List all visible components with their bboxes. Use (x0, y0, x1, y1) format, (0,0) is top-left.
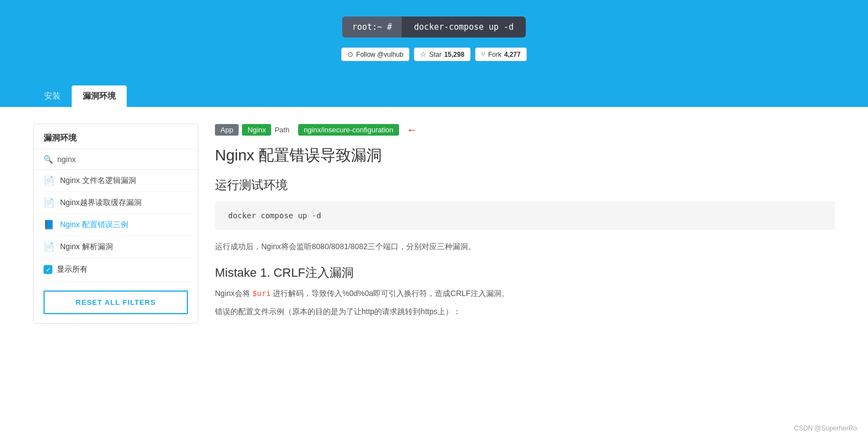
terminal-command: docker-compose up -d (402, 17, 526, 37)
search-icon: 🔍 (44, 155, 53, 164)
tab-bar: 安装 漏洞环境 (0, 85, 868, 107)
mistake1-desc2: 错误的配置文件示例（原本的目的是为了让http的请求跳转到https上）： (215, 305, 835, 319)
sidebar-list: 📄 Nginx 文件名逻辑漏洞 📄 Nginx越界读取缓存漏洞 📘 Nginx … (34, 170, 198, 258)
run-success-text: 运行成功后，Nginx将会监听8080/8081/8082三个端口，分别对应三种… (215, 240, 835, 254)
doc-icon: 📄 (44, 241, 55, 252)
search-input[interactable] (57, 155, 188, 164)
terminal-bar: root:~ # docker-compose up -d (342, 17, 526, 37)
star-icon: ☆ (420, 50, 427, 58)
doc-icon: 📄 (44, 175, 55, 186)
follow-button[interactable]: ⊙ Follow @vulhub (341, 47, 409, 61)
content-title: Nginx 配置错误导致漏洞 (215, 145, 835, 166)
run-section-heading: 运行测试环境 (215, 177, 835, 193)
arrow-icon: ← (407, 123, 418, 136)
mistake1-desc1: Nginx会将 $uri 进行解码，导致传入%0d%0a即可引入换行符，造成CR… (215, 287, 835, 300)
follow-label: Follow @vulhub (356, 51, 403, 58)
show-all-checkbox[interactable]: ✓ (44, 265, 52, 274)
list-item[interactable]: 📄 Nginx 文件名逻辑漏洞 (34, 170, 198, 192)
doc-icon: 📄 (44, 197, 55, 208)
mistake1-heading: Mistake 1. CRLF注入漏洞 (215, 265, 835, 281)
fork-button[interactable]: ⑂ Fork 4,277 (475, 47, 527, 61)
github-buttons: ⊙ Follow @vulhub ☆ Star 15,298 ⑂ Fork 4,… (341, 47, 526, 61)
breadcrumb-path-label: Path (274, 124, 295, 136)
run-code-block: docker compose up -d (215, 201, 835, 230)
fork-label: Fork (488, 51, 502, 58)
reset-filters-button[interactable]: RESET ALL FILTERS (44, 291, 188, 314)
sidebar-search-container: 🔍 (34, 149, 198, 170)
breadcrumb-path-value: nginx/insecure-configuration (298, 124, 399, 136)
tab-install[interactable]: 安装 (33, 85, 72, 107)
breadcrumb: App Nginx Path nginx/insecure-configurat… (215, 123, 835, 136)
tab-vuln-env[interactable]: 漏洞环境 (72, 85, 127, 107)
list-item[interactable]: 📄 Nginx 解析漏洞 (34, 236, 198, 258)
list-item[interactable]: 📄 Nginx越界读取缓存漏洞 (34, 192, 198, 214)
show-all-label: 显示所有 (57, 265, 88, 275)
star-count: 15,298 (444, 51, 465, 58)
breadcrumb-app: App (215, 124, 239, 136)
sidebar: 漏洞环境 🔍 📄 Nginx 文件名逻辑漏洞 📄 Nginx越界读取缓存漏洞 📘… (33, 123, 198, 324)
fork-icon: ⑂ (481, 50, 486, 58)
fork-count: 4,277 (504, 51, 521, 58)
show-all-row[interactable]: ✓ 显示所有 (34, 258, 198, 282)
content-panel: App Nginx Path nginx/insecure-configurat… (215, 123, 835, 366)
sidebar-title: 漏洞环境 (34, 124, 198, 149)
terminal-prompt: root:~ # (342, 17, 402, 37)
banner: root:~ # docker-compose up -d ⊙ Follow @… (0, 0, 868, 107)
star-label: Star (429, 51, 441, 58)
doc-icon: 📘 (44, 219, 55, 230)
code-inline: $uri (252, 289, 271, 298)
github-icon: ⊙ (347, 50, 353, 58)
list-item-active[interactable]: 📘 Nginx 配置错误三例 (34, 214, 198, 236)
main-content: 漏洞环境 🔍 📄 Nginx 文件名逻辑漏洞 📄 Nginx越界读取缓存漏洞 📘… (0, 107, 868, 383)
breadcrumb-nginx: Nginx (242, 124, 271, 136)
star-button[interactable]: ☆ Star 15,298 (414, 47, 471, 61)
